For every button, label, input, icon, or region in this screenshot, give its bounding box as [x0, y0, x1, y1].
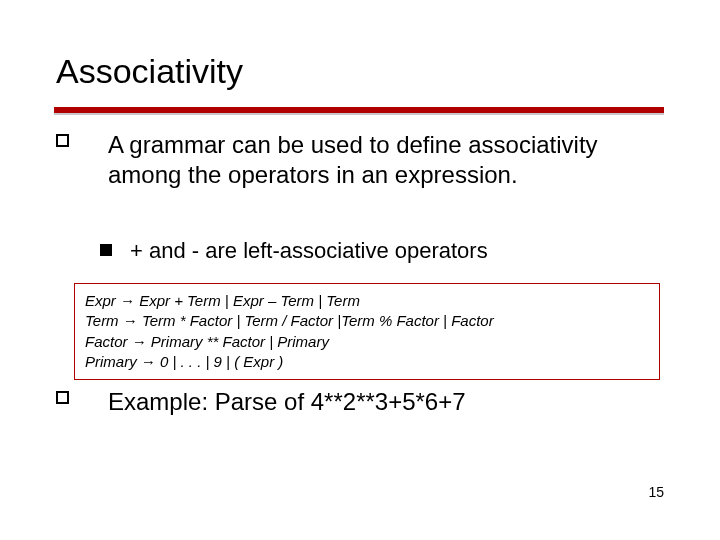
grammar-line-3: Factor → Primary ** Factor | Primary — [85, 332, 649, 352]
bullet-level2-text: + and - are left-associative operators — [122, 238, 662, 264]
slide: Associativity A grammar can be used to d… — [0, 0, 720, 540]
page-number: 15 — [648, 484, 664, 500]
hollow-square-bullet-icon — [56, 134, 69, 147]
bullet-level1: A grammar can be used to define associat… — [78, 130, 663, 190]
slide-title: Associativity — [56, 52, 243, 91]
grammar-line-2: Term → Term * Factor | Term / Factor |Te… — [85, 311, 649, 331]
solid-square-bullet-icon — [100, 244, 112, 256]
bullet-level1-text: A grammar can be used to define associat… — [78, 130, 663, 190]
hollow-square-bullet-icon — [56, 391, 69, 404]
grammar-line-1: Expr → Expr + Term | Expr – Term | Term — [85, 291, 649, 311]
grammar-box: Expr → Expr + Term | Expr – Term | Term … — [74, 283, 660, 380]
bullet-level2: + and - are left-associative operators — [122, 238, 662, 264]
grammar-line-4: Primary → 0 | . . . | 9 | ( Expr ) — [85, 352, 649, 372]
title-underline-gray — [54, 113, 664, 115]
bullet-example-text: Example: Parse of 4**2**3+5*6+7 — [78, 387, 663, 417]
bullet-example: Example: Parse of 4**2**3+5*6+7 — [78, 387, 663, 417]
